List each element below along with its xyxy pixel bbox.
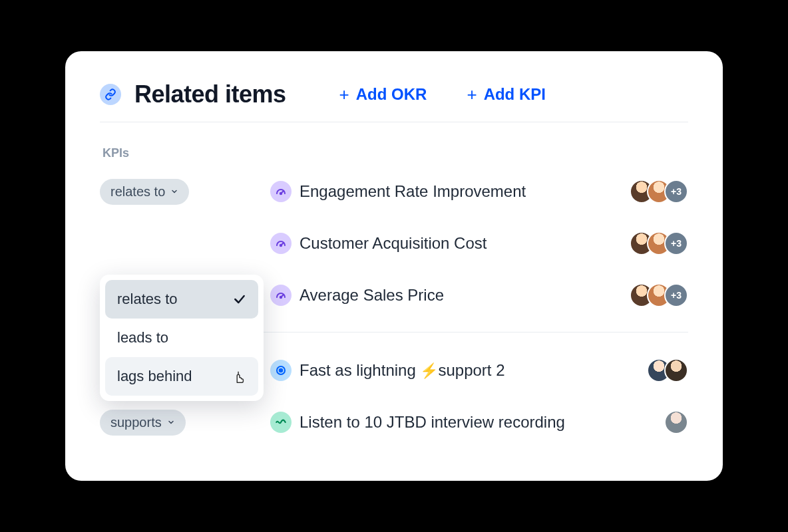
overflow-count: +3 — [664, 231, 688, 255]
avatar — [664, 358, 688, 382]
okr-row: supports Listen to 10 JTBD interview rec… — [100, 407, 688, 438]
kpi-row: relates to Engagement Rate Improvement +… — [100, 176, 688, 207]
chevron-down-icon — [170, 188, 178, 196]
add-kpi-button[interactable]: + Add KPI — [467, 85, 546, 104]
dropdown-option-leads-to[interactable]: leads to — [105, 319, 258, 357]
pointer-cursor-icon — [232, 369, 246, 384]
target-icon — [270, 360, 292, 381]
dropdown-option-lags-behind[interactable]: lags behind — [105, 357, 258, 396]
plus-icon: + — [467, 86, 477, 103]
kpi-title[interactable]: Customer Acquisition Cost — [299, 234, 630, 253]
avatar-group[interactable]: +3 — [630, 180, 688, 203]
check-icon — [233, 293, 246, 306]
gauge-icon — [270, 233, 292, 254]
gauge-icon — [270, 181, 292, 202]
okr-title[interactable]: Fast as lightning ⚡support 2 — [299, 361, 647, 380]
kpi-row: Customer Acquisition Cost +3 — [100, 228, 688, 259]
related-items-panel: Related items + Add OKR + Add KPI KPIs r… — [65, 51, 723, 481]
okr-title[interactable]: Listen to 10 JTBD interview recording — [299, 413, 664, 432]
svg-point-7 — [280, 369, 283, 372]
supports-tag[interactable]: supports — [100, 410, 186, 436]
dropdown-option-relates-to[interactable]: relates to — [105, 280, 258, 319]
overflow-count: +3 — [664, 180, 688, 203]
lightning-emoji: ⚡ — [420, 362, 438, 379]
avatar-group[interactable] — [664, 410, 688, 434]
avatar-group[interactable] — [647, 358, 688, 382]
svg-line-3 — [281, 243, 284, 245]
relation-dropdown: relates to leads to lags behind — [100, 275, 264, 401]
panel-header: Related items + Add OKR + Add KPI — [100, 80, 688, 122]
svg-line-5 — [281, 295, 284, 297]
add-okr-button[interactable]: + Add OKR — [339, 85, 427, 104]
relates-to-tag[interactable]: relates to — [100, 179, 189, 205]
kpi-title[interactable]: Engagement Rate Improvement — [299, 182, 630, 201]
gauge-icon — [270, 285, 292, 306]
panel-title: Related items — [134, 80, 286, 108]
avatar-group[interactable]: +3 — [630, 231, 688, 255]
chevron-down-icon — [167, 418, 175, 426]
kpi-title[interactable]: Average Sales Price — [299, 286, 630, 305]
link-icon — [100, 84, 121, 105]
avatar-group[interactable]: +3 — [630, 283, 688, 307]
kpis-section-label: KPIs — [102, 146, 688, 160]
wave-icon — [270, 412, 292, 433]
overflow-count: +3 — [664, 283, 688, 307]
plus-icon: + — [339, 86, 349, 103]
avatar — [664, 410, 688, 434]
svg-line-1 — [281, 191, 284, 194]
